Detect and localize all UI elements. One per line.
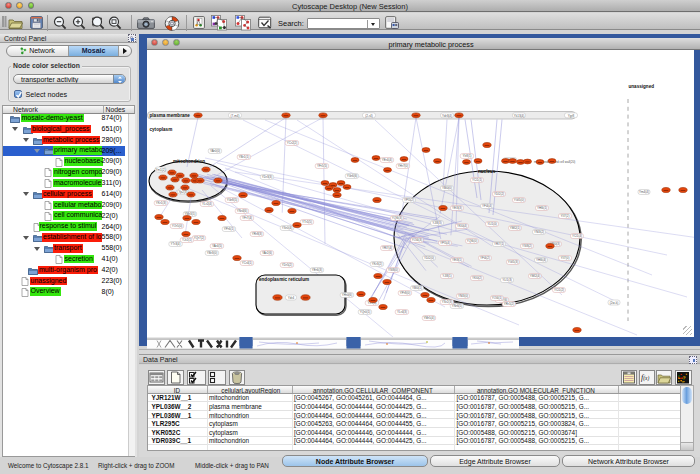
- svg-text:YAr2(6): YAr2(6): [261, 251, 271, 255]
- svg-text:Ydr3(4): Ydr3(4): [441, 114, 451, 118]
- svg-text:YNl3(0): YNl3(0): [457, 294, 467, 298]
- svg-text:YHl6(1): YHl6(1): [536, 206, 546, 210]
- svg-text:YRl7(1): YRl7(1): [493, 242, 503, 246]
- svg-text:YMl2(4): YMl2(4): [529, 274, 540, 278]
- svg-text:YEr6(3): YEr6(3): [311, 268, 321, 272]
- svg-text:YKl0(4): YKl0(4): [456, 224, 466, 228]
- svg-text:YBl0(0): YBl0(0): [441, 186, 451, 190]
- svg-text:YLr4(3): YLr4(3): [396, 310, 406, 314]
- svg-text:YJl8(1): YJl8(1): [442, 274, 452, 278]
- svg-text:YDr3(3): YDr3(3): [261, 175, 272, 179]
- svg-text:Ydr4: Ydr4: [287, 296, 294, 300]
- svg-text:YQr0(1): YQr0(1): [359, 310, 370, 314]
- svg-text:YHr7(0): YHr7(0): [397, 164, 408, 168]
- svg-text:YDl2(0): YDl2(0): [423, 256, 433, 260]
- svg-text:YEl3(1): YEl3(1): [451, 258, 461, 262]
- svg-text:YSl8(2): YSl8(2): [521, 244, 531, 248]
- svg-text:YQl6(0): YQl6(0): [466, 239, 476, 243]
- svg-text:YGl5(0): YGl5(0): [513, 198, 523, 202]
- svg-text:YKr1(3): YKr1(3): [155, 201, 165, 205]
- svg-text:YNr4(6): YNr4(6): [236, 209, 247, 213]
- svg-text:plasma membrane: plasma membrane: [149, 113, 190, 118]
- svg-text:cytoplasm: cytoplasm: [149, 127, 172, 132]
- svg-text:YBr3(0): YBr3(0): [206, 251, 216, 255]
- svg-text:YEl3(3): YEl3(3): [451, 206, 461, 210]
- svg-text:YFr5(5): YFr5(5): [316, 164, 326, 168]
- svg-text:YJl8(3): YJl8(3): [432, 221, 442, 225]
- svg-text:YOl4(3): YOl4(3): [411, 238, 421, 242]
- svg-text:Ym1(2): Ym1(2): [155, 168, 165, 172]
- svg-text:YCr4(1): YCr4(1): [241, 261, 252, 265]
- svg-text:YKl0(2): YKl0(2): [471, 276, 481, 280]
- svg-text:YEr4(4): YEr4(4): [381, 158, 391, 162]
- svg-text:endoplasmic reticulum: endoplasmic reticulum: [259, 277, 309, 282]
- svg-text:YQr7(2): YQr7(2): [193, 236, 204, 240]
- svg-text:Ygr8: Ygr8: [567, 114, 574, 118]
- svg-text:YOr5(0): YOr5(0): [171, 224, 182, 228]
- svg-text:YFr7(4): YFr7(4): [241, 216, 251, 220]
- svg-text:YGr8(5): YGr8(5): [226, 198, 237, 202]
- svg-text:(7-m4): (7-m4): [230, 114, 239, 118]
- svg-text:YNl3(2): YNl3(2): [533, 230, 543, 234]
- svg-text:YIl7(0): YIl7(0): [560, 256, 569, 260]
- svg-text:Ym4(4): Ym4(4): [639, 190, 649, 194]
- svg-text:YLr2(4): YLr2(4): [201, 202, 211, 206]
- svg-text:YCl1(4): YCl1(4): [571, 234, 581, 238]
- svg-text:(2-r4): (2-r4): [365, 114, 372, 118]
- svg-text:YFl4(4): YFl4(4): [482, 204, 492, 208]
- svg-text:YSr0(4): YSr0(4): [281, 226, 291, 230]
- svg-text:YFl4(2): YFl4(2): [480, 256, 490, 260]
- svg-text:YHl6(4): YHl6(4): [535, 258, 545, 262]
- svg-text:YOl4(1): YOl4(1): [491, 296, 501, 300]
- svg-text:YAr4(5): YAr4(5): [211, 244, 221, 248]
- svg-text:unassigned: unassigned: [628, 84, 654, 89]
- svg-text:YTr1(5): YTr1(5): [301, 220, 311, 224]
- svg-text:YRr8(3): YRr8(3): [251, 232, 262, 236]
- svg-text:YGl5(3): YGl5(3): [507, 260, 517, 264]
- svg-text:YSr2(3): YSr2(3): [441, 300, 451, 304]
- svg-text:YPl5(4): YPl5(4): [439, 241, 449, 245]
- svg-text:YIr8(1): YIr8(1): [462, 154, 471, 158]
- svg-text:YBr1(1): YBr1(1): [238, 155, 248, 159]
- svg-text:YTr3(4): YTr3(4): [170, 242, 180, 246]
- svg-text:YLl1(0): YLl1(0): [487, 222, 497, 226]
- svg-text:YCl1(2): YCl1(2): [553, 288, 563, 292]
- svg-text:nucleus: nucleus: [478, 169, 496, 174]
- svg-text:YCl1(1): YCl1(1): [471, 178, 481, 182]
- svg-text:YRr1(2): YRr1(2): [503, 302, 514, 306]
- svg-text:YJr2(1): YJr2(1): [182, 238, 192, 242]
- svg-text:YMr5(4): YMr5(4): [423, 316, 434, 320]
- svg-text:YSl8(0): YSl8(0): [387, 268, 397, 272]
- svg-text:YNr6(5): YNr6(5): [451, 304, 462, 308]
- svg-text:YCr2(2): YCr2(2): [286, 141, 297, 145]
- svg-text:YDl2(2): YDl2(2): [493, 192, 503, 196]
- svg-text:YQl6(3): YQl6(3): [391, 216, 401, 220]
- svg-text:YGr6(6): YGr6(6): [346, 174, 357, 178]
- svg-text:YBl0(1): YBl0(1): [411, 286, 421, 290]
- svg-text:(2w-k): (2w-k): [609, 301, 617, 305]
- svg-text:Yp2(3): Yp2(3): [178, 190, 187, 194]
- svg-text:YPl5(2): YPl5(2): [403, 198, 413, 202]
- svg-text:mitochondrion: mitochondrion: [173, 159, 205, 164]
- svg-text:Yk13(4): Yk13(4): [513, 114, 524, 118]
- svg-text:YDr5(2): YDr5(2): [281, 263, 292, 267]
- svg-text:YPr8(0): YPr8(0): [399, 291, 409, 295]
- svg-text:YMl2(1): YMl2(1): [509, 226, 520, 230]
- svg-text:YLl1(3): YLl1(3): [502, 278, 512, 282]
- svg-text:YPr6(1): YPr6(1): [223, 227, 233, 231]
- svg-text:YKr3(2): YKr3(2): [371, 262, 381, 266]
- svg-text:YHr0(6): YHr0(6): [341, 293, 352, 297]
- svg-text:YAr0(0): YAr0(0): [209, 149, 219, 153]
- svg-text:YRl7(4): YRl7(4): [381, 246, 391, 250]
- svg-text:YIl7(2): YIl7(2): [560, 214, 569, 218]
